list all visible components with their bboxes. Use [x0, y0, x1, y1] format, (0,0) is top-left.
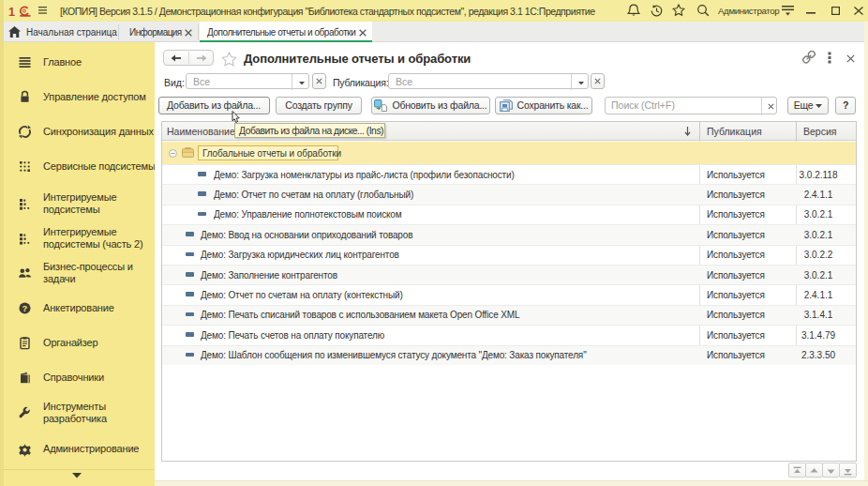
svg-text:?: ?	[22, 303, 28, 313]
svg-text:1: 1	[8, 6, 15, 19]
